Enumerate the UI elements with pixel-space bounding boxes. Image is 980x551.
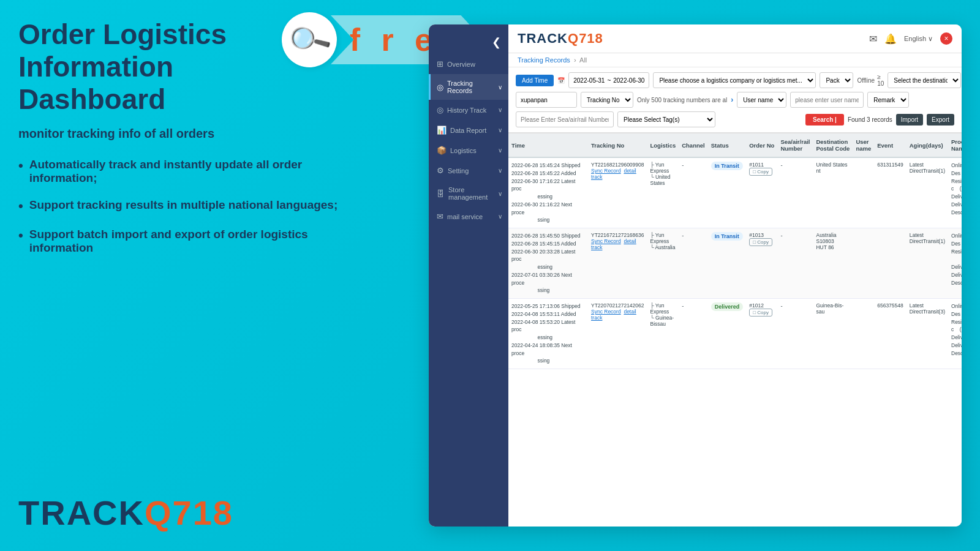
breadcrumb-tracking-records[interactable]: Tracking Records: [518, 56, 570, 64]
filter-row-3: Please Select Tag(s) Search | Found 3 re…: [516, 111, 954, 127]
row1-sync[interactable]: Sync Record: [591, 168, 621, 174]
row2-order: #1013 □ Copy: [746, 228, 777, 299]
user-input[interactable]: [516, 92, 577, 108]
row3-sync[interactable]: Sync Record: [591, 309, 621, 315]
row3-dest: Guinea-Bis-sau: [813, 299, 853, 369]
table-area: Time Tracking No Logistics Channel Statu…: [508, 133, 962, 527]
sea-air-rail-input[interactable]: [516, 111, 614, 127]
search-button[interactable]: Search |: [805, 114, 844, 126]
sidebar-item-data-report[interactable]: 📊 Data Report ∨: [429, 120, 508, 140]
row3-sea: -: [777, 299, 813, 369]
dashboard-container: ❮ ⊞ Overview ◎ Tracking Records ∨ ◎ Hist…: [429, 24, 962, 527]
destination-select[interactable]: Select the destination: [888, 72, 961, 88]
sidebar-item-tracking-records[interactable]: ◎ Tracking Records ∨: [429, 74, 508, 100]
bullet-1: Automatically track and instantly update…: [18, 158, 361, 185]
overview-icon: ⊞: [437, 59, 443, 69]
setting-arrow: ∨: [498, 167, 502, 174]
sidebar-history-label: History Track: [447, 107, 494, 114]
sidebar-item-setting[interactable]: ⚙ Setting ∨: [429, 160, 508, 181]
row1-event: 631311549: [874, 157, 907, 228]
offline-label: Offline: [857, 77, 875, 84]
language-button[interactable]: English ∨: [904, 35, 933, 43]
tracking-arrow: ›: [731, 96, 733, 104]
row2-channel: -: [679, 228, 707, 299]
col-sea: Sea/air/railNumber: [777, 133, 813, 157]
row3-status: Delivered: [708, 299, 747, 369]
add-time-button[interactable]: Add Time: [516, 75, 554, 86]
row3-event: 656375548: [874, 299, 907, 369]
setting-icon: ⚙: [437, 166, 444, 175]
tracking-no-select[interactable]: Tracking No: [581, 92, 633, 108]
subtitle: monitor tracking info of all orders: [18, 127, 361, 141]
col-time: Time: [508, 133, 588, 157]
date-start: 2022-05-31: [573, 77, 605, 84]
sidebar-collapse-button[interactable]: ❮: [429, 31, 508, 54]
breadcrumb: Tracking Records › All: [508, 53, 962, 67]
email-header-icon[interactable]: ✉: [869, 33, 877, 45]
col-channel: Channel: [679, 133, 707, 157]
table-header-row: Time Tracking No Logistics Channel Statu…: [508, 133, 962, 157]
filter-row-1: Add Time 📅 2022-05-31 ~ 2022-06-30 Pleas…: [516, 72, 954, 88]
col-tracking-no: Tracking No: [588, 133, 647, 157]
table-row: 2022-06-28 15:45:24 Shipped 2022-06-28 1…: [508, 157, 962, 228]
filter-area: Add Time 📅 2022-05-31 ~ 2022-06-30 Pleas…: [508, 67, 962, 133]
row2-sync[interactable]: Sync Record: [591, 238, 621, 244]
username-select[interactable]: User name: [737, 92, 786, 108]
table-row: 2022-05-25 17:13:06 Shipped 2022-04-08 1…: [508, 299, 962, 369]
export-button[interactable]: Export: [927, 114, 954, 126]
sidebar-tracking-label: Tracking Records: [447, 80, 494, 94]
import-button[interactable]: Import: [896, 114, 923, 126]
row2-logistics: ├ Yun Express └ Australia: [647, 228, 679, 299]
sidebar: ❮ ⊞ Overview ◎ Tracking Records ∨ ◎ Hist…: [429, 24, 508, 527]
date-range: 2022-05-31 ~ 2022-06-30: [568, 72, 649, 88]
history-track-arrow: ∨: [498, 107, 502, 113]
row2-time: 2022-06-28 15:45:50 Shipped 2022-06-28 1…: [508, 228, 588, 299]
row2-copy[interactable]: □ Copy: [749, 238, 772, 246]
pack-select[interactable]: Pack: [820, 72, 853, 88]
tracking-records-arrow: ∨: [498, 84, 502, 91]
sidebar-item-overview[interactable]: ⊞ Overview: [429, 54, 508, 74]
date-separator: ~: [607, 77, 611, 84]
sidebar-item-history-track[interactable]: ◎ History Track ∨: [429, 100, 508, 120]
bullet-list: Automatically track and instantly update…: [18, 158, 361, 255]
close-button[interactable]: ×: [940, 32, 952, 45]
row3-copy[interactable]: □ Copy: [749, 309, 772, 317]
offline-value: ≥ 10: [877, 73, 884, 87]
row2-user: [853, 228, 874, 299]
sidebar-setting-label: Setting: [448, 167, 494, 174]
row1-time: 2022-06-28 15:45:24 Shipped 2022-06-28 1…: [508, 157, 588, 228]
found-text: Found 3 records: [848, 116, 892, 123]
col-event: Event: [874, 133, 907, 157]
logistics-select[interactable]: Please choose a logistics company or log…: [653, 72, 816, 88]
sidebar-store-label: Store management: [448, 186, 494, 201]
calendar-icon: 📅: [557, 77, 565, 84]
sidebar-item-mail[interactable]: ✉ mail service ∨: [429, 206, 508, 227]
remark-select[interactable]: Remark: [867, 92, 909, 108]
username-input[interactable]: [790, 92, 864, 108]
sidebar-item-store[interactable]: 🗄 Store management ∨: [429, 181, 508, 206]
row3-product: Online Des Residence c (59) Delivered De…: [948, 299, 962, 369]
history-track-icon: ◎: [437, 105, 443, 114]
row3-logistics: ├ Yun Express └ Guinea-Bissau: [647, 299, 679, 369]
col-aging: Aging(days): [907, 133, 948, 157]
row2-tracking: YT2216721272168636 Sync Record detail tr…: [588, 228, 647, 299]
tag-select[interactable]: Please Select Tag(s): [617, 111, 715, 127]
brand-logo: TRACKQ718: [518, 31, 603, 47]
magnify-circle: 🔍: [282, 12, 337, 67]
col-logistics: Logistics: [647, 133, 679, 157]
row1-aging: Latest DirectTransit(1): [907, 157, 948, 228]
sidebar-mail-label: mail service: [447, 213, 494, 220]
store-arrow: ∨: [498, 190, 502, 197]
tracking-records-icon: ◎: [437, 83, 443, 92]
row1-status: In Transit: [708, 157, 747, 228]
row3-time: 2022-05-25 17:13:06 Shipped 2022-04-08 1…: [508, 299, 588, 369]
row2-dest: Australia S10803HUT 86: [813, 228, 853, 299]
row1-logistics: ├ Yun Express └ United States: [647, 157, 679, 228]
row1-user: [853, 157, 874, 228]
row1-copy[interactable]: □ Copy: [749, 168, 772, 176]
sidebar-item-logistics[interactable]: 📦 Logistics ∨: [429, 140, 508, 160]
main-content: TRACKQ718 ✉ 🔔 English ∨ × Tracking Recor…: [508, 24, 962, 527]
col-user: Username: [853, 133, 874, 157]
row3-user: [853, 299, 874, 369]
bell-header-icon[interactable]: 🔔: [884, 33, 897, 45]
